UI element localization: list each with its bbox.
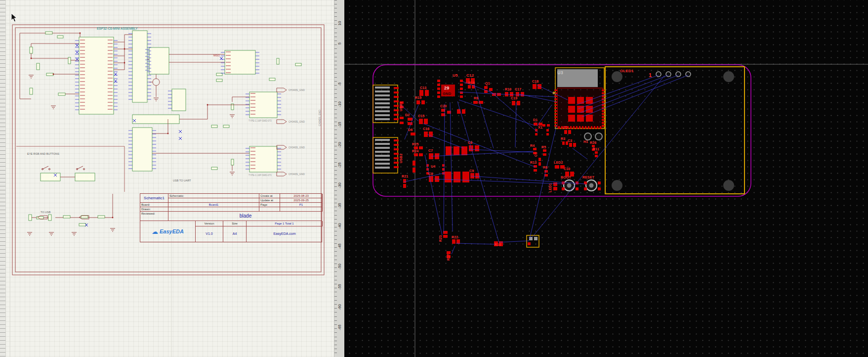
ref-label: R21 [402,175,408,178]
ruler-label: -55 [337,282,343,292]
ruler-label: -45 [337,241,343,252]
ratsnest-line [452,246,455,254]
smd-pad [489,88,493,91]
smd-pad [460,80,463,82]
ref-label: R3 [561,137,565,140]
smd-pad [414,153,418,156]
smd-pad [568,130,571,134]
schematic-editor-pane[interactable]: ESP32-C6-MINI ASSEMBLYEYE RGB AND BUTTON… [0,0,334,357]
ruler-label: -35 [337,201,343,211]
smd-pad [424,132,428,137]
smd-pad [533,84,537,89]
size-value: A4 [223,226,247,242]
page-label: Page [259,203,280,207]
boot-button [564,180,575,191]
smd-pad [538,158,541,161]
schematic-canvas[interactable]: ESP32-C6-MINI ASSEMBLYEYE RGB AND BUTTON… [0,0,334,357]
ref-label: C7 [428,149,433,152]
oled-pin-holes [656,72,691,77]
ref-label: MISO [213,54,220,57]
smd-pad [408,122,413,125]
pcb-editor-pane[interactable]: U3OLED11U5C1229GNDC13R18Q1R8R10C17C19C18… [344,0,868,357]
smd-pad [437,91,440,94]
ref-label: TYPE-C-16P-SMD-073 [248,120,272,122]
ref-label: C12 [466,73,474,78]
smd-pad [533,148,537,150]
ref-label: CH343S_GND [289,89,305,91]
ref-label: TYPE-C-16P-SMD-073 [248,174,272,177]
ref-label: CH343S_GND [318,110,321,126]
smd-pad [521,92,524,96]
update-at-value: 2025-09-25 [280,198,323,203]
smd-pad [473,101,478,104]
ref-label: TO USB [41,211,51,214]
smd-pad [595,155,598,157]
ref-label: ESP32-C6-MINI ASSEMBLY [97,27,138,30]
ref-label: USB1 [399,102,403,111]
smd-pad [598,181,601,184]
smd-pad [454,172,460,182]
smd-pad [419,153,423,156]
ref-label: Q1 [485,82,490,86]
ref-label: U5 [453,73,458,78]
ref-label: U4 [431,165,435,168]
smd-pad [443,235,448,238]
smd-pad [411,133,415,135]
pcb-canvas[interactable]: U3OLED11U5C1229GNDC13R18Q1R8R10C17C19C18… [344,0,868,357]
smd-pad [535,133,537,135]
smd-pad [416,100,420,104]
schematic-label: Schematic: [168,194,259,198]
smd-pad [555,165,559,169]
smd-pad [528,242,531,245]
smd-pad [446,146,452,155]
ref-label: R11 [593,147,599,151]
ruler-label: -60 [337,302,343,312]
h1-holes [584,133,602,140]
page-value: P1 [280,203,323,207]
ref-label: R10 [505,88,511,91]
smd-pad [394,100,399,102]
smd-pad [468,85,471,89]
smd-pad [510,92,513,96]
reviewed-value: blade [168,212,323,221]
smd-pad [460,95,463,98]
smd-pad [400,117,404,119]
smd-pad [400,122,404,124]
smd-pad [584,187,587,190]
ref-label: C18 [532,80,538,83]
smd-pad [419,119,423,124]
smd-pad [394,96,399,98]
smd-pad [394,162,399,164]
smd-pad [460,84,463,86]
smd-pad [543,149,546,152]
smd-pad [542,124,545,127]
ref-label: R25 [412,142,418,146]
ratsnest-line [537,105,552,126]
ref-label: GND [443,91,452,96]
ref-label: R24 [412,149,418,153]
ref-label: USB TO UART [173,179,191,182]
smd-pad [394,118,399,120]
ruler-label: -25 [337,160,343,171]
ruler-label: 10 [337,18,343,29]
ref-label: R23 [439,235,442,242]
reset-button [586,180,597,191]
smd-pad [413,168,415,173]
ref-label: D1 [533,118,537,122]
ref-label: X1 [538,126,542,129]
ref-label: C15 [418,114,424,118]
smd-pad [484,86,488,89]
ruler-label: -50 [337,262,343,272]
smd-pad [394,91,399,93]
smd-pad [394,157,399,159]
ref-label: R16 [495,243,501,246]
smd-pad [394,87,399,89]
reviewed-label: Reviewed: [140,212,168,221]
ruler-label: -5 [337,79,343,89]
smd-pad [437,80,440,82]
easyeda-logo: ☁ EasyEDA [140,221,196,242]
smd-pad [403,179,406,183]
smd-pad [460,88,463,90]
ref-label: R19 [415,96,421,99]
smd-pad [419,90,423,96]
